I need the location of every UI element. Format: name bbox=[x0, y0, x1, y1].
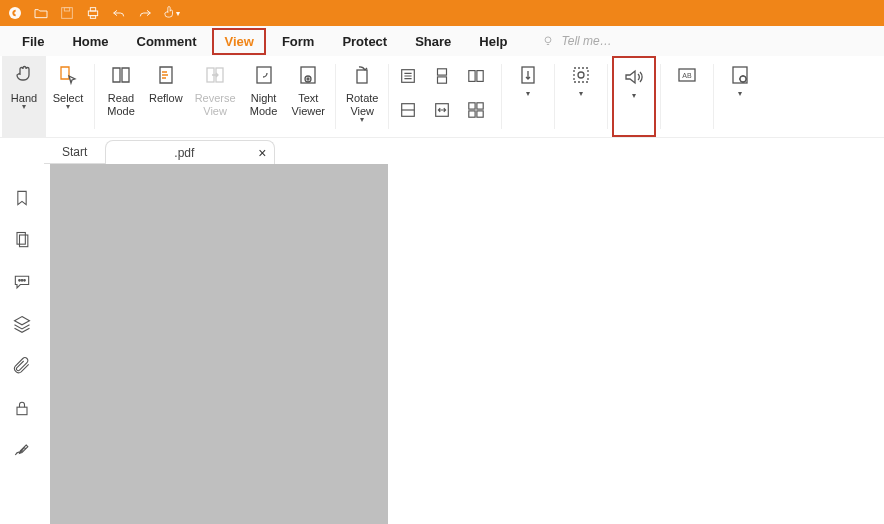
svg-point-27 bbox=[578, 72, 584, 78]
svg-rect-9 bbox=[257, 67, 271, 83]
svg-rect-16 bbox=[438, 76, 447, 82]
select-icon bbox=[55, 62, 81, 88]
night-icon bbox=[251, 62, 277, 88]
menu-help[interactable]: Help bbox=[467, 28, 519, 55]
menu-comment[interactable]: Comment bbox=[125, 28, 209, 55]
svg-point-31 bbox=[740, 76, 746, 82]
save-icon[interactable] bbox=[58, 4, 76, 22]
svg-rect-32 bbox=[17, 233, 25, 245]
menu-bar: File Home Comment View Form Protect Shar… bbox=[0, 26, 884, 56]
svg-rect-37 bbox=[17, 407, 27, 415]
tell-me-placeholder: Tell me… bbox=[561, 34, 611, 48]
hand-tool-button[interactable]: Hand ▾ bbox=[2, 56, 46, 137]
svg-rect-5 bbox=[90, 16, 95, 19]
menu-protect[interactable]: Protect bbox=[330, 28, 399, 55]
layers-icon[interactable] bbox=[12, 314, 32, 334]
view-setting-button[interactable]: ▾ bbox=[718, 56, 762, 137]
svg-rect-4 bbox=[90, 8, 95, 11]
facing-icon[interactable] bbox=[465, 65, 487, 87]
menu-home[interactable]: Home bbox=[60, 28, 120, 55]
svg-point-34 bbox=[19, 280, 21, 282]
svg-text:AB: AB bbox=[683, 72, 693, 79]
continuous-icon[interactable] bbox=[431, 65, 453, 87]
rotate-icon bbox=[349, 62, 375, 88]
tab-start[interactable]: Start bbox=[44, 140, 105, 164]
svg-rect-1 bbox=[62, 8, 73, 19]
svg-rect-13 bbox=[357, 70, 367, 83]
text-viewer-label: Text Viewer bbox=[292, 92, 325, 118]
caret-icon: ▾ bbox=[526, 92, 530, 97]
svg-rect-33 bbox=[20, 235, 28, 247]
close-tab-icon[interactable]: × bbox=[258, 145, 266, 161]
document-tab-bar: Start .pdf × bbox=[0, 138, 884, 164]
reflow-button[interactable]: Reflow bbox=[143, 56, 189, 137]
separator bbox=[501, 64, 502, 129]
autoscroll-button[interactable]: ▾ bbox=[506, 56, 550, 137]
ribbon: Hand ▾ Select ▾ Read Mode Reflow Reverse… bbox=[0, 56, 884, 138]
continuous-facing-icon[interactable] bbox=[465, 99, 487, 121]
security-icon[interactable] bbox=[12, 398, 32, 418]
caret-icon: ▾ bbox=[632, 94, 636, 99]
menu-file[interactable]: File bbox=[10, 28, 56, 55]
svg-point-36 bbox=[24, 280, 26, 282]
caret-icon: ▾ bbox=[738, 92, 742, 97]
reflow-label: Reflow bbox=[149, 92, 183, 105]
night-label: Night Mode bbox=[250, 92, 278, 118]
tell-me-search[interactable]: Tell me… bbox=[541, 34, 611, 48]
svg-rect-23 bbox=[469, 110, 475, 116]
word-count-button[interactable]: AB bbox=[665, 56, 709, 137]
bookmark-icon[interactable] bbox=[12, 188, 32, 208]
svg-point-6 bbox=[546, 37, 552, 43]
tab-pdf[interactable]: .pdf × bbox=[105, 140, 275, 164]
separator bbox=[554, 64, 555, 129]
svg-point-11 bbox=[305, 76, 311, 82]
caret-icon: ▾ bbox=[579, 92, 583, 97]
reflow-icon bbox=[153, 62, 179, 88]
rotate-view-button[interactable]: Rotate View ▾ bbox=[340, 56, 384, 137]
attachment-icon[interactable] bbox=[12, 356, 32, 376]
separator bbox=[607, 64, 608, 129]
caret-icon: ▾ bbox=[66, 105, 70, 110]
menu-view[interactable]: View bbox=[212, 28, 265, 55]
tab-label: Start bbox=[62, 145, 87, 159]
text-viewer-button[interactable]: Text Viewer bbox=[286, 56, 331, 137]
menu-share[interactable]: Share bbox=[403, 28, 463, 55]
select-tool-button[interactable]: Select ▾ bbox=[46, 56, 90, 137]
signature-icon[interactable] bbox=[12, 440, 32, 460]
svg-point-12 bbox=[307, 78, 309, 80]
menu-form[interactable]: Form bbox=[270, 28, 327, 55]
fit-width-icon[interactable] bbox=[431, 99, 453, 121]
fit-page-icon[interactable] bbox=[397, 99, 419, 121]
document-viewport[interactable] bbox=[50, 164, 388, 524]
svg-rect-18 bbox=[477, 70, 483, 81]
night-mode-button[interactable]: Night Mode bbox=[242, 56, 286, 137]
print-icon[interactable] bbox=[84, 4, 102, 22]
viewsetting-icon bbox=[727, 62, 753, 88]
blank-area bbox=[388, 164, 884, 524]
separator bbox=[388, 64, 389, 129]
reverse-icon bbox=[202, 62, 228, 88]
touch-mode-icon[interactable]: ▾ bbox=[162, 4, 180, 22]
read-aloud-button[interactable]: ▾ bbox=[612, 56, 656, 137]
read-mode-label: Read Mode bbox=[107, 92, 135, 118]
svg-rect-2 bbox=[64, 8, 69, 11]
app-logo-icon bbox=[6, 4, 24, 22]
redo-icon[interactable] bbox=[136, 4, 154, 22]
separator bbox=[335, 64, 336, 129]
reverse-label: Reverse View bbox=[195, 92, 236, 118]
comments-icon[interactable] bbox=[12, 272, 32, 292]
single-page-icon[interactable] bbox=[397, 65, 419, 87]
separator bbox=[713, 64, 714, 129]
undo-icon[interactable] bbox=[110, 4, 128, 22]
svg-point-35 bbox=[21, 280, 23, 282]
caret-icon: ▾ bbox=[360, 118, 364, 123]
assistant-button[interactable]: ▾ bbox=[559, 56, 603, 137]
tab-label: .pdf bbox=[174, 146, 194, 160]
separator bbox=[94, 64, 95, 129]
open-icon[interactable] bbox=[32, 4, 50, 22]
reverse-view-button[interactable]: Reverse View bbox=[189, 56, 242, 137]
read-mode-button[interactable]: Read Mode bbox=[99, 56, 143, 137]
pages-icon[interactable] bbox=[12, 230, 32, 250]
page-display-group bbox=[393, 56, 497, 137]
assistant-icon bbox=[568, 62, 594, 88]
